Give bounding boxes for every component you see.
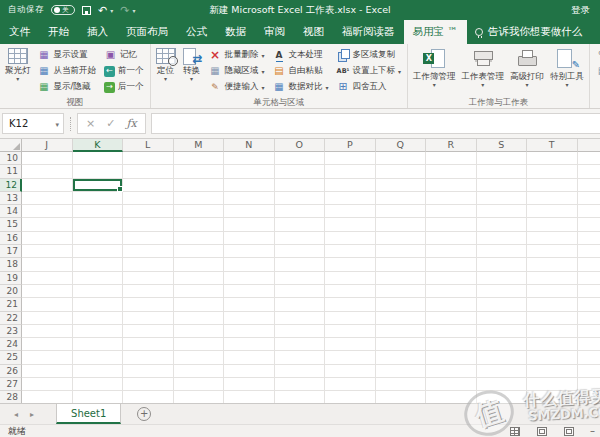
cell-K19[interactable] [73,272,124,285]
cancel-icon[interactable]: × [86,118,95,129]
cell-J12[interactable] [22,179,73,192]
row-header-16[interactable]: 16 [0,232,22,245]
cell-Q19[interactable] [376,272,427,285]
cell-R15[interactable] [426,218,477,231]
zoom-out-icon[interactable]: – [590,426,595,436]
cell-Q23[interactable] [376,325,427,338]
cell-N24[interactable] [224,338,275,351]
cell-J22[interactable] [22,312,73,325]
cell-O12[interactable] [275,179,326,192]
save-icon[interactable] [82,6,91,15]
cell-S10[interactable] [477,152,528,165]
row-header-24[interactable]: 24 [0,338,22,351]
cell-O11[interactable] [275,165,326,178]
cell-T21[interactable] [527,298,578,311]
cell-T25[interactable] [527,351,578,364]
add-sheet-icon[interactable]: + [137,407,151,421]
cell-K27[interactable] [73,378,124,391]
cell-R19[interactable] [426,272,477,285]
row-header-14[interactable]: 14 [0,205,22,218]
cell-S19[interactable] [477,272,528,285]
redo-icon[interactable] [120,4,129,17]
cell-S27[interactable] [477,378,528,391]
row-header-11[interactable]: 11 [0,165,22,178]
cell-R11[interactable] [426,165,477,178]
cell-R12[interactable] [426,179,477,192]
cell-Q14[interactable] [376,205,427,218]
cell-S18[interactable] [477,258,528,271]
row-header-12[interactable]: 12 [0,179,22,192]
cell-O15[interactable] [275,218,326,231]
cell-J26[interactable] [22,365,73,378]
cell-Q24[interactable] [376,338,427,351]
column-header-K[interactable]: K [73,139,124,152]
row-header-26[interactable]: 26 [0,365,22,378]
cell-P26[interactable] [325,365,376,378]
cell-U23[interactable] [578,325,600,338]
cell-M13[interactable] [174,192,225,205]
cell-N15[interactable] [224,218,275,231]
autosave-toggle[interactable]: 关 [51,5,75,15]
cell-S28[interactable] [477,391,528,403]
cell-J21[interactable] [22,298,73,311]
page-break-view-icon[interactable] [564,427,574,436]
cell-M22[interactable] [174,312,225,325]
cell-R10[interactable] [426,152,477,165]
name-box-caret-icon[interactable]: ▾ [55,121,59,129]
cell-N12[interactable] [224,179,275,192]
button-partial-icon-2[interactable] [594,63,600,79]
cell-T22[interactable] [527,312,578,325]
button-自由粘贴[interactable]: 自由粘贴 [271,63,331,79]
row-header-10[interactable]: 10 [0,152,22,165]
cell-K28[interactable] [73,391,124,403]
cell-K20[interactable] [73,285,124,298]
cell-O14[interactable] [275,205,326,218]
cell-M19[interactable] [174,272,225,285]
cell-N11[interactable] [224,165,275,178]
cell-N26[interactable] [224,365,275,378]
button-定位[interactable]: 定位▾ [153,46,179,96]
cell-K11[interactable] [73,165,124,178]
cell-L17[interactable] [123,245,174,258]
normal-view-icon[interactable] [510,427,520,436]
cell-M18[interactable] [174,258,225,271]
cell-U20[interactable] [578,285,600,298]
cell-O19[interactable] [275,272,326,285]
ribbon-tab-易用宝™[interactable]: 易用宝 ™ [404,20,467,44]
cell-T27[interactable] [527,378,578,391]
cell-Q20[interactable] [376,285,427,298]
cell-T12[interactable] [527,179,578,192]
enter-icon[interactable]: ✓ [106,118,115,129]
cell-L15[interactable] [123,218,174,231]
cell-N13[interactable] [224,192,275,205]
cell-S15[interactable] [477,218,528,231]
cell-T15[interactable] [527,218,578,231]
cell-L18[interactable] [123,258,174,271]
cell-P24[interactable] [325,338,376,351]
cell-T28[interactable] [527,391,578,403]
cell-J13[interactable] [22,192,73,205]
cell-R22[interactable] [426,312,477,325]
column-header-R[interactable]: R [426,139,477,152]
page-layout-view-icon[interactable] [537,427,547,436]
sign-in-button[interactable]: 登录 [571,4,590,17]
cell-J28[interactable] [22,391,73,403]
cell-T17[interactable] [527,245,578,258]
ribbon-tab-数据[interactable]: 数据 [216,20,255,44]
button-后一个[interactable]: 后一个 [102,79,146,95]
cell-J10[interactable] [22,152,73,165]
cell-U21[interactable] [578,298,600,311]
cell-P12[interactable] [325,179,376,192]
button-文本处理[interactable]: 文本处理 [271,47,331,63]
button-隐藏区域[interactable]: 隐藏区域▾ [207,63,267,79]
column-header-L[interactable]: L [123,139,174,152]
cell-K23[interactable] [73,325,124,338]
sheet-tab-sheet1[interactable]: Sheet1 [56,404,121,424]
cell-L23[interactable] [123,325,174,338]
cell-S12[interactable] [477,179,528,192]
cell-K22[interactable] [73,312,124,325]
cell-N18[interactable] [224,258,275,271]
cell-T13[interactable] [527,192,578,205]
cell-T24[interactable] [527,338,578,351]
cell-J18[interactable] [22,258,73,271]
